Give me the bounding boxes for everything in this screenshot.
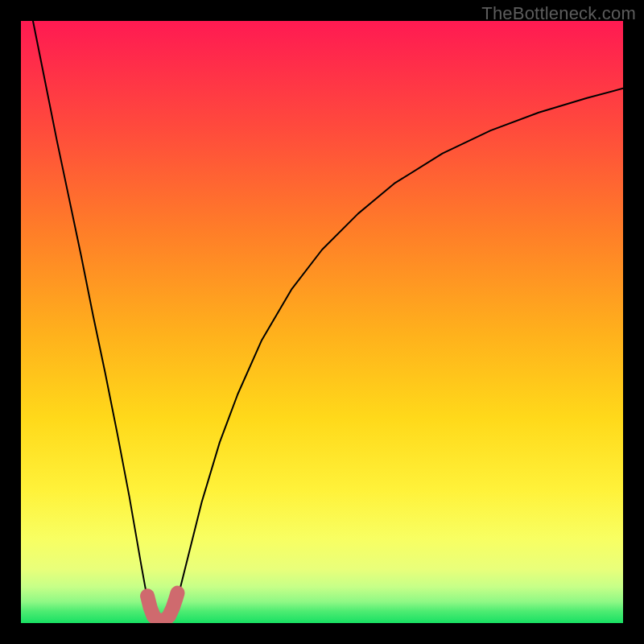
gradient-background — [21, 21, 623, 623]
chart-container: TheBottleneck.com — [0, 0, 644, 644]
plot-area — [21, 21, 623, 623]
chart-svg — [21, 21, 623, 623]
